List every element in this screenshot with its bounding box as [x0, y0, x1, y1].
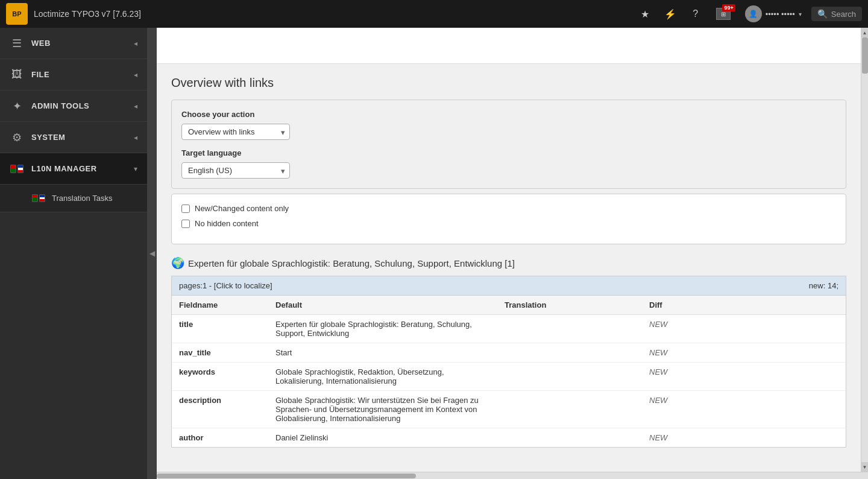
arrow-icon: ◂	[134, 102, 137, 110]
cell-translation	[497, 315, 642, 343]
action-select-wrapper[interactable]: Overview with links Translation Export I…	[181, 124, 290, 140]
arrow-icon: ◂	[134, 133, 137, 142]
section-heading: 🌍 Experten für globale Sprachlogistik: B…	[171, 256, 846, 270]
sidebar-item-web[interactable]: ☰ WEB ◂	[0, 28, 147, 59]
table-header-row: pages:1 - [Click to localize] new: 14;	[172, 276, 846, 296]
new-changed-label[interactable]: New/Changed content only	[195, 204, 289, 213]
app-title: Loctimize TYPO3 v7 [7.6.23]	[34, 9, 141, 19]
cell-default: Experten für globale Sprachlogistik: Ber…	[268, 315, 497, 343]
cell-diff: NEW	[642, 391, 846, 428]
cell-default: Globale Sprachlogistik, Redaktion, Übers…	[268, 363, 497, 391]
action-label: Choose your action	[181, 110, 836, 119]
sidebar-item-label: WEB	[31, 39, 127, 48]
cell-fieldname: description	[172, 391, 268, 428]
cell-fieldname: title	[172, 315, 268, 343]
table-body: title Experten für globale Sprachlogisti…	[172, 315, 846, 448]
cell-fieldname: nav_title	[172, 343, 268, 363]
col-header-translation: Translation	[497, 296, 642, 315]
l10n-icon	[10, 162, 24, 176]
scroll-down-arrow[interactable]: ▼	[861, 462, 868, 472]
user-menu[interactable]: 👤 ••••• ••••• ▾	[741, 5, 805, 22]
cell-translation	[497, 343, 642, 363]
bottom-scrollbar-thumb[interactable]	[157, 474, 416, 478]
system-icon: ⚙	[10, 130, 24, 145]
bookmark-icon[interactable]: ★	[635, 4, 655, 24]
col-header-default: Default	[268, 296, 497, 315]
new-info: new: 14;	[809, 281, 838, 290]
sidebar-collapse-handle[interactable]: ◀	[147, 28, 157, 479]
table-header: Fieldname Default Translation Diff	[172, 296, 846, 315]
cell-default: Globale Sprachlogistik: Wir unterstützen…	[268, 391, 497, 428]
table-row: author Daniel Zielinski NEW	[172, 428, 846, 448]
page-title: Overview with links	[171, 76, 846, 90]
sidebar-item-system[interactable]: ⚙ SYSTEM ◂	[0, 122, 147, 153]
sidebar-item-l10n-manager[interactable]: L10N MANAGER ▾	[0, 153, 147, 185]
page-content: Overview with links Choose your action O…	[157, 64, 861, 472]
arrow-icon: ◂	[134, 39, 137, 48]
new-changed-checkbox[interactable]	[181, 205, 190, 213]
cell-fieldname: author	[172, 428, 268, 448]
search-label: Search	[831, 10, 856, 19]
username-label: ••••• •••••	[766, 10, 795, 19]
section-heading-text: Experten für globale Sprachlogistik: Ber…	[188, 258, 515, 268]
cell-diff: NEW	[642, 315, 846, 343]
translation-tasks-icon	[31, 191, 46, 206]
data-table: Fieldname Default Translation Diff title…	[172, 296, 846, 447]
cell-default: Start	[268, 343, 497, 363]
cell-diff: NEW	[642, 343, 846, 363]
sidebar-item-translation-tasks[interactable]: Translation Tasks	[0, 185, 147, 212]
cell-diff: NEW	[642, 428, 846, 448]
scroll-track[interactable]	[861, 37, 868, 462]
admin-tools-icon: ✦	[10, 99, 24, 113]
cell-diff: NEW	[642, 363, 846, 391]
scroll-thumb[interactable]	[862, 37, 868, 74]
target-label: Target language	[181, 148, 836, 157]
sidebar-sub-item-label: Translation Tasks	[52, 194, 112, 203]
table-row: nav_title Start NEW	[172, 343, 846, 363]
right-scrollbar[interactable]: ▲ ▼	[861, 28, 868, 472]
col-header-fieldname: Fieldname	[172, 296, 268, 315]
flash-icon[interactable]: ⚡	[661, 4, 680, 24]
table-row: title Experten für globale Sprachlogisti…	[172, 315, 846, 343]
no-hidden-label[interactable]: No hidden content	[195, 219, 259, 228]
checkboxes-card: New/Changed content only No hidden conte…	[171, 194, 846, 244]
sidebar-item-file[interactable]: 🖼 FILE ◂	[0, 59, 147, 90]
target-select-wrapper[interactable]: English (US) German French Spanish	[181, 162, 290, 179]
action-dropdown[interactable]: Overview with links Translation Export I…	[181, 124, 290, 140]
no-hidden-checkbox[interactable]	[181, 220, 190, 228]
cell-fieldname: keywords	[172, 363, 268, 391]
no-hidden-row: No hidden content	[181, 219, 836, 228]
sidebar-item-admin-tools[interactable]: ✦ ADMIN TOOLS ◂	[0, 90, 147, 122]
col-header-diff: Diff	[642, 296, 846, 315]
sidebar-item-label: SYSTEM	[31, 133, 127, 142]
chevron-down-icon: ▾	[799, 11, 802, 17]
file-icon: 🖼	[10, 68, 24, 82]
sidebar-item-label: FILE	[31, 70, 127, 79]
web-icon: ☰	[10, 36, 24, 51]
scroll-up-arrow[interactable]: ▲	[861, 28, 868, 37]
target-dropdown[interactable]: English (US) German French Spanish	[181, 162, 290, 179]
cell-translation	[497, 363, 642, 391]
table-row: keywords Globale Sprachlogistik, Redakti…	[172, 363, 846, 391]
topbar: BP Loctimize TYPO3 v7 [7.6.23] ★ ⚡ ? ⊞ 9…	[0, 0, 868, 28]
bottom-scrollbar[interactable]	[157, 472, 868, 479]
arrow-icon: ◂	[134, 71, 137, 79]
cell-translation	[497, 391, 642, 428]
search-button[interactable]: 🔍 Search	[811, 7, 862, 21]
arrow-icon: ▾	[134, 165, 137, 173]
notifications-button[interactable]: ⊞ 99+	[711, 4, 735, 24]
pages-info[interactable]: pages:1 - [Click to localize]	[179, 281, 809, 290]
table-row: description Globale Sprachlogistik: Wir …	[172, 391, 846, 428]
table-container: pages:1 - [Click to localize] new: 14; F…	[171, 276, 846, 448]
cell-translation	[497, 428, 642, 448]
content-area: Overview with links Choose your action O…	[157, 28, 861, 472]
help-icon[interactable]: ?	[686, 4, 705, 24]
badge-count: 99+	[722, 4, 735, 11]
search-icon: 🔍	[817, 9, 828, 19]
new-changed-row: New/Changed content only	[181, 204, 836, 213]
cell-default: Daniel Zielinski	[268, 428, 497, 448]
avatar: 👤	[745, 5, 762, 22]
globe-icon: 🌍	[171, 256, 184, 270]
action-card: Choose your action Overview with links T…	[171, 100, 846, 189]
app-logo: BP	[6, 3, 28, 25]
